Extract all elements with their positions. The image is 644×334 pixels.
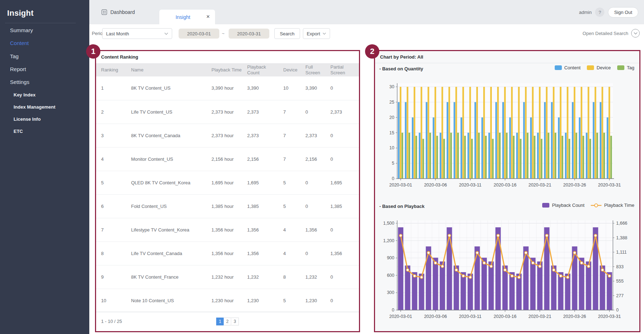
cell-ranking: 5 <box>96 171 126 194</box>
cell-playback-count: 1,230 <box>242 289 278 312</box>
date-to-input[interactable]: 2020-03-31 <box>229 29 269 39</box>
cell-name: Lifestype TV Content_Korea <box>126 218 206 241</box>
cell-name: 8K TV Content_France <box>126 265 206 289</box>
help-button[interactable]: ? <box>595 8 604 17</box>
cell-name: Life TV Content_Canada <box>126 241 206 265</box>
cell-ranking: 1 <box>96 76 126 100</box>
period-select-value: Last Month <box>106 31 129 36</box>
cell-name: 8K TV Content_US <box>126 76 206 100</box>
close-icon[interactable]: ✕ <box>206 14 210 20</box>
svg-text:2020-03-11: 2020-03-11 <box>459 183 481 188</box>
cell-full-screen: 2,156 <box>300 147 325 171</box>
tab-insight-label: Insight <box>175 14 190 20</box>
sidebar-item-key-index[interactable]: Key Index <box>14 92 35 98</box>
svg-text:1,388: 1,388 <box>616 235 627 240</box>
playback-section-label: - Based on Playback <box>379 204 424 209</box>
table-row: 18K TV Content_US3,390 hour3,390103,3900 <box>96 76 359 100</box>
cell-ranking: 3 <box>96 124 126 147</box>
sidebar-item-report[interactable]: Report <box>10 66 26 72</box>
col-partial-screen: Partial Screen <box>325 63 359 76</box>
table-row: 6Fold Content_US1,385 hour1,385501,385 <box>96 194 359 218</box>
cell-full-screen: 0 <box>300 100 325 124</box>
cell-full-screen: 1,232 <box>300 265 325 289</box>
chart-panel-title: Chart by Period: All <box>375 51 639 63</box>
cell-name: Monitor Content_US <box>126 147 206 171</box>
svg-text:0: 0 <box>392 176 394 181</box>
sidebar-item-tag[interactable]: Tag <box>10 53 19 59</box>
playback-chart: 02775558331,1111,3881,66603006009001,200… <box>376 214 639 331</box>
cell-partial-screen: 0 <box>325 289 359 312</box>
legend-label: Tag <box>627 65 634 70</box>
cell-device: 8 <box>278 265 300 289</box>
quantity-legend: ContentDeviceTag <box>555 65 634 70</box>
tab-dashboard[interactable]: Dashboard <box>101 0 135 24</box>
cell-name: QLED 8K TV Content_Korea <box>126 171 206 194</box>
quantity-chart: 0510152025302020-03-012020-03-062020-03-… <box>376 74 639 194</box>
cell-name: Note 10 Content_US <box>126 289 206 312</box>
cell-partial-screen: 1,385 <box>325 194 359 218</box>
svg-text:600: 600 <box>387 273 394 278</box>
cell-playback-time: 1,695 hour <box>206 171 242 194</box>
col-playback-time: Playback Time <box>206 63 242 76</box>
legend-swatch <box>555 65 562 70</box>
col-device: Device <box>278 63 300 76</box>
svg-text:1,111: 1,111 <box>616 250 626 255</box>
top-bar: Dashboard Insight ✕ admin ? Sign Out <box>89 0 644 24</box>
cell-device: 10 <box>278 76 300 100</box>
sidebar-item-content[interactable]: Content <box>10 40 29 46</box>
sidebar-item-settings[interactable]: Settings <box>10 79 29 85</box>
cell-playback-time: 1,356 hour <box>206 241 242 265</box>
table-row: 98K TV Content_France1,232 hour1,23281,2… <box>96 265 359 289</box>
detailed-search-chevron-icon[interactable] <box>631 29 640 38</box>
app-window: Insight Summary Content Tag Report Setti… <box>0 0 644 334</box>
sidebar: Insight Summary Content Tag Report Setti… <box>0 0 89 334</box>
svg-text:900: 900 <box>387 255 394 260</box>
page-button-3[interactable]: 3 <box>231 318 239 325</box>
cell-ranking: 2 <box>96 100 126 124</box>
sidebar-item-index-management[interactable]: Index Management <box>14 104 55 110</box>
svg-text:1,500: 1,500 <box>383 221 394 226</box>
cell-device: 4 <box>278 241 300 265</box>
cell-ranking: 6 <box>96 194 126 218</box>
cell-partial-screen: 1,356 <box>325 241 359 265</box>
period-select[interactable]: Last Month <box>102 28 172 39</box>
col-ranking: Ranking <box>96 63 126 76</box>
sidebar-item-license-info[interactable]: License Info <box>14 116 41 122</box>
cell-playback-count: 2,156 <box>242 147 278 171</box>
svg-text:5: 5 <box>392 161 394 166</box>
svg-text:2020-03-01: 2020-03-01 <box>389 314 412 319</box>
playback-legend: Playback CountPlayback Time <box>542 203 634 208</box>
svg-text:2020-03-26: 2020-03-26 <box>563 183 586 188</box>
sidebar-item-summary[interactable]: Summary <box>10 27 33 33</box>
export-button[interactable]: Export <box>303 28 330 39</box>
svg-text:555: 555 <box>616 279 624 284</box>
svg-text:2020-03-06: 2020-03-06 <box>424 314 447 319</box>
svg-text:0: 0 <box>616 308 619 313</box>
date-from-input[interactable]: 2020-03-01 <box>179 29 219 39</box>
cell-playback-time: 1,356 hour <box>206 218 242 241</box>
cell-playback-time: 1,232 hour <box>206 265 242 289</box>
chevron-down-icon <box>164 33 168 35</box>
cell-full-screen: 0 <box>300 241 325 265</box>
search-button[interactable]: Search <box>274 28 300 39</box>
tab-insight[interactable]: Insight ✕ <box>159 10 215 24</box>
sidebar-item-etc[interactable]: ETC <box>14 129 23 134</box>
svg-text:277: 277 <box>616 293 624 298</box>
cell-ranking: 10 <box>96 289 126 312</box>
legend-label: Playback Time <box>604 203 634 208</box>
page-button-1[interactable]: 1 <box>216 318 224 325</box>
cell-partial-screen: 0 <box>325 124 359 147</box>
svg-text:2020-03-31: 2020-03-31 <box>598 314 621 319</box>
sign-out-button[interactable]: Sign Out <box>608 7 638 18</box>
cell-ranking: 7 <box>96 218 126 241</box>
table-row: 10Note 10 Content_US1,230 hour1,23051,23… <box>96 289 359 312</box>
cell-partial-screen: 0 <box>325 76 359 100</box>
legend-swatch <box>542 203 549 208</box>
page-button-2[interactable]: 2 <box>224 318 231 325</box>
cell-ranking: 4 <box>96 147 126 171</box>
cell-name: Fold Content_US <box>126 194 206 218</box>
legend-item: Playback Count <box>542 203 584 208</box>
open-detailed-search-link[interactable]: Open Detailed Search <box>583 31 628 36</box>
svg-text:300: 300 <box>387 290 394 295</box>
main-content: Period Last Month 2020-03-01 ~ 2020-03-3… <box>89 24 644 334</box>
